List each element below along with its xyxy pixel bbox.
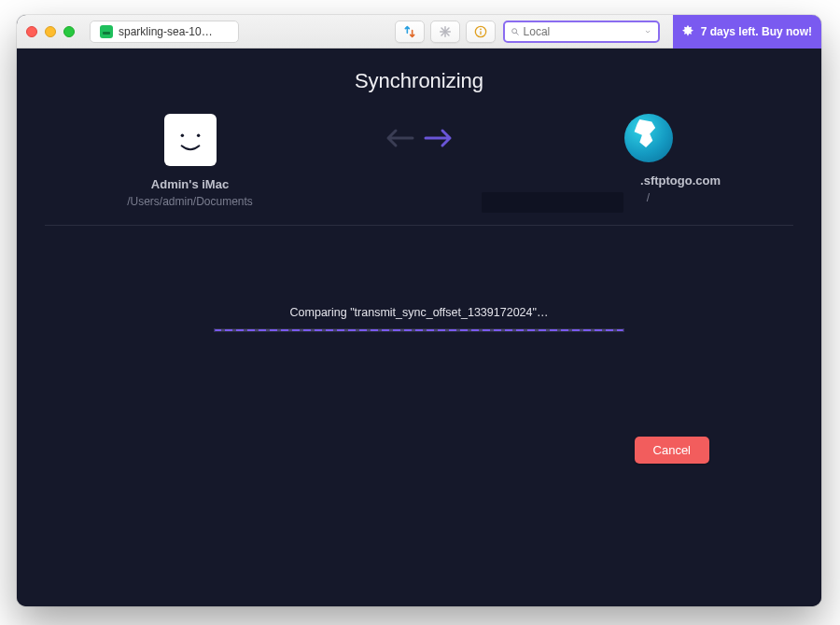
svg-rect-6: [480, 31, 481, 35]
info-button[interactable]: [466, 21, 496, 43]
progress-section: Comparing "transmit_sync_offset_13391720…: [214, 306, 624, 332]
app-window: sparkling-sea-10…: [17, 15, 821, 606]
search-field[interactable]: [503, 21, 660, 43]
divider: [45, 225, 793, 226]
info-icon: [473, 24, 488, 39]
svg-point-10: [196, 134, 199, 137]
search-icon: [511, 26, 520, 37]
connection-tab[interactable]: sparkling-sea-10…: [90, 21, 239, 43]
arrow-left-icon: [383, 127, 414, 149]
close-window-button[interactable]: [26, 26, 37, 37]
trial-text: 7 days left. Buy now!: [701, 25, 812, 38]
minimize-window-button[interactable]: [45, 26, 56, 37]
toolbar-button-group: [395, 21, 496, 43]
remote-host-path: /: [647, 191, 650, 204]
svg-point-7: [511, 28, 516, 33]
progress-status-text: Comparing "transmit_sync_offset_13391720…: [290, 306, 549, 319]
sync-arrows-icon: [402, 24, 417, 39]
arrow-right-icon: [424, 127, 455, 149]
asterisk-icon: [438, 24, 453, 39]
finder-icon: [164, 114, 217, 166]
tab-title: sparkling-sea-10…: [119, 25, 213, 38]
local-host: Admin's iMac /Users/admin/Documents: [17, 114, 363, 208]
svg-point-5: [480, 28, 482, 30]
terminal-icon: [100, 25, 113, 38]
titlebar: sparkling-sea-10…: [17, 15, 821, 49]
cancel-button[interactable]: Cancel: [635, 437, 709, 464]
sync-panel: Synchronizing Admin's iMac /Users/admin/…: [17, 49, 821, 606]
activity-button[interactable]: [430, 21, 460, 43]
search-input[interactable]: [524, 25, 641, 38]
svg-line-8: [516, 33, 518, 35]
starburst-icon: [680, 24, 695, 39]
remote-host: .sftptogo.com /: [475, 114, 821, 204]
sync-direction: [363, 127, 475, 149]
local-host-name: Admin's iMac: [151, 177, 229, 191]
progress-bar: [214, 328, 624, 332]
sync-button[interactable]: [395, 21, 425, 43]
globe-icon: [624, 114, 673, 162]
window-controls: [26, 26, 75, 37]
remote-host-name: .sftptogo.com: [640, 174, 821, 188]
svg-point-9: [180, 134, 183, 137]
trial-banner[interactable]: 7 days left. Buy now!: [673, 15, 821, 49]
zoom-window-button[interactable]: [63, 26, 75, 37]
local-host-path: /Users/admin/Documents: [127, 195, 253, 208]
dropdown-caret-icon: [644, 27, 651, 36]
redacted-hostname: [482, 192, 623, 213]
panel-title: Synchronizing: [355, 69, 483, 93]
